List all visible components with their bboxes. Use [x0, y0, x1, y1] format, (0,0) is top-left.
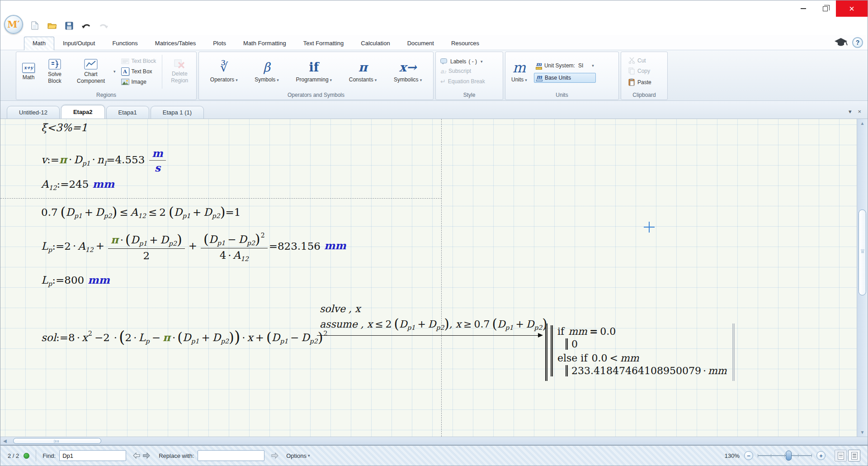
math-region-button[interactable]: x+y Math: [19, 62, 38, 81]
group-clipboard: Cut Copy Paste Clipboard: [621, 52, 668, 100]
math-region-sol-expression[interactable]: sol:=8·x2−2·(2·Lp−π·(Dp1+Dp2))·x+(Dp1−Dp…: [41, 328, 328, 346]
symbols-caret-icon: ▾: [277, 78, 279, 82]
solve-block-button[interactable]: Solve Block: [40, 58, 70, 85]
image-button[interactable]: Image: [119, 78, 158, 86]
base-units-toggle[interactable]: m Base Units: [534, 73, 596, 83]
learning-center-icon[interactable]: [834, 38, 848, 48]
operators-button[interactable]: ∛ Operators▾: [207, 60, 241, 84]
zoom-slider[interactable]: [758, 451, 812, 461]
redo-button: [98, 20, 109, 31]
find-next-button[interactable]: [142, 451, 151, 460]
doc-tab-etapa1-1[interactable]: Etapa 1 (1): [151, 106, 204, 119]
tab-calculation[interactable]: Calculation: [352, 37, 398, 50]
replace-label: Replace with:: [159, 452, 194, 459]
restore-icon: [823, 6, 828, 11]
symbolics-caret-icon: ▾: [420, 78, 422, 82]
chart-component-caret-icon[interactable]: ▾: [113, 69, 116, 74]
find-options-button[interactable]: Options: [286, 452, 307, 459]
zoom-slider-thumb[interactable]: [786, 451, 792, 461]
math-region-lp-formula[interactable]: Lp:=2·A12+π·(Dp1+Dp2)2+(Dp1−Dp2)24·A12=8…: [41, 231, 346, 262]
base-units-icon: m: [536, 74, 542, 81]
page-view-button[interactable]: [835, 450, 847, 461]
new-worksheet-button[interactable]: [29, 20, 40, 31]
tab-plots[interactable]: Plots: [204, 37, 235, 50]
minimize-button[interactable]: [793, 0, 814, 17]
close-button[interactable]: ×: [836, 0, 868, 17]
doc-tab-untitled-12[interactable]: Untitled-12: [7, 106, 60, 119]
replace-button[interactable]: [270, 451, 280, 460]
zoom-in-button[interactable]: +: [816, 451, 826, 460]
constants-button[interactable]: π Constants▾: [346, 60, 380, 84]
minimize-icon: [801, 8, 806, 9]
programming-button[interactable]: if Programming▾: [293, 60, 335, 84]
group-operators-symbols: ∛ Operators▾ β Symbols▾ if Programming▾ …: [198, 52, 434, 100]
symbolic-solve-operator[interactable]: solve , x assume , x≤2(Dp1+Dp2), x≥0.7(D…: [317, 302, 547, 336]
undo-button[interactable]: [81, 20, 92, 31]
arrow-left-icon: [133, 452, 140, 459]
vertical-scrollbar-thumb[interactable]: [859, 209, 866, 295]
math-region-piecewise-result[interactable]: ifmm=0.0 0 else if0.0<mm 233.41847464108…: [545, 323, 735, 381]
tab-functions[interactable]: Functions: [104, 37, 146, 50]
page-break-vertical: [441, 119, 442, 437]
zoom-out-button[interactable]: −: [744, 451, 753, 460]
tab-math-formatting[interactable]: Math Formatting: [235, 37, 295, 50]
vertical-scrollbar[interactable]: ▲ ▼: [857, 119, 868, 437]
scroll-down-icon[interactable]: ▼: [860, 428, 865, 437]
math-region-xi[interactable]: ξ<3%=1: [41, 122, 87, 133]
group-regions: x+y Math Solve Block Chart Component ▾ T…: [16, 52, 197, 100]
doc-tab-list-caret-icon[interactable]: ▾: [849, 108, 852, 115]
draft-view-button[interactable]: [848, 450, 860, 461]
tab-input-output[interactable]: Input/Output: [54, 37, 104, 50]
find-options-caret-icon[interactable]: ▾: [308, 453, 310, 458]
group-label-clipboard: Clipboard: [621, 91, 667, 100]
cut-button: Cut: [627, 56, 648, 65]
tab-document[interactable]: Document: [399, 37, 443, 50]
find-input[interactable]: [59, 450, 126, 461]
scroll-left-icon[interactable]: ◀: [3, 438, 7, 443]
save-button[interactable]: [64, 20, 75, 31]
tab-resources[interactable]: Resources: [443, 37, 488, 50]
doc-tab-etapa2[interactable]: Etapa2: [61, 105, 105, 119]
group-units: m Units▾ m Unit System: SI ▾: [505, 52, 619, 100]
replace-input[interactable]: [198, 450, 264, 461]
subscript-icon: a₂: [440, 68, 446, 75]
page-break-horizontal: [0, 198, 442, 199]
horizontal-scrollbar-thumb[interactable]: [13, 438, 101, 444]
units-button[interactable]: m Units▾: [508, 60, 530, 84]
tab-math[interactable]: Math: [24, 37, 54, 50]
quick-access-toolbar: M′: [0, 17, 868, 35]
horizontal-scrollbar[interactable]: ◀: [0, 437, 868, 445]
text-box-button[interactable]: A Text Box: [119, 67, 158, 76]
open-button[interactable]: [47, 20, 57, 31]
symbols-button[interactable]: β Symbols▾: [251, 60, 282, 84]
tab-text-formatting[interactable]: Text Formatting: [295, 37, 353, 50]
open-folder-icon: [47, 22, 57, 29]
copy-icon: [628, 67, 635, 75]
unit-system-button[interactable]: m Unit System: SI ▾: [534, 61, 596, 71]
math-region-velocity[interactable]: v:=π·Dp1·nI=4.553ms: [41, 147, 167, 174]
math-region-a12[interactable]: A12:=245mm: [41, 178, 114, 191]
paste-button[interactable]: Paste: [627, 77, 653, 87]
chart-component-button[interactable]: Chart Component: [71, 58, 110, 85]
app-logo-button[interactable]: M′: [4, 15, 23, 34]
programming-icon: if: [309, 61, 319, 75]
scroll-up-icon[interactable]: ▲: [860, 119, 865, 128]
doc-tab-etapa1[interactable]: Etapa1: [106, 106, 149, 119]
constants-caret-icon: ▾: [375, 78, 377, 82]
group-style: Labels ( - ) ▾ a₂ Subscript ↵ Equation B…: [435, 52, 503, 100]
find-previous-button[interactable]: [132, 451, 142, 460]
symbolics-button[interactable]: x→ Symbolics▾: [391, 60, 425, 84]
math-region-lp-value[interactable]: Lp:=800mm: [41, 274, 110, 287]
constants-icon: π: [359, 61, 368, 75]
restore-button[interactable]: [814, 0, 836, 17]
doc-tab-close-icon[interactable]: ×: [858, 108, 861, 115]
symbols-icon: β: [263, 61, 270, 75]
labels-button[interactable]: Labels ( - ) ▾: [439, 57, 485, 66]
tab-matrices-tables[interactable]: Matrices/Tables: [146, 37, 204, 50]
worksheet[interactable]: ξ<3%=1 v:=π·Dp1·nI=4.553ms A12:=245mm 0.…: [0, 119, 868, 437]
image-icon: [121, 79, 129, 85]
programming-caret-icon: ▾: [330, 78, 332, 82]
math-region-constraint[interactable]: 0.7(Dp1+Dp2)≤A12≤2(Dp1+Dp2)=1: [41, 204, 241, 220]
new-document-icon: [31, 21, 38, 30]
help-button[interactable]: ?: [852, 37, 863, 48]
